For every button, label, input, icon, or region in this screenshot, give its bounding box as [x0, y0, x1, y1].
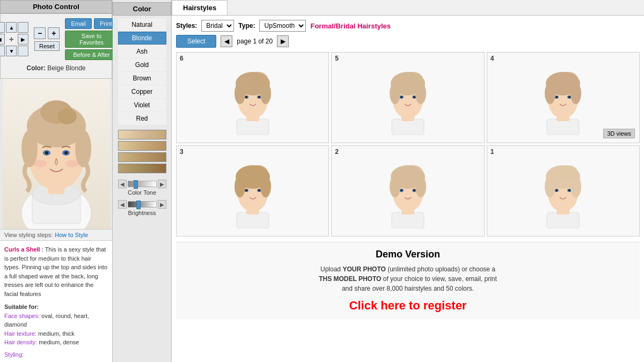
arrow-down[interactable]: ▼ — [6, 46, 17, 56]
hair-texture-value: medium, thick — [36, 330, 75, 337]
thumb-number-5: 5 — [335, 55, 339, 62]
brightness-left-arrow[interactable]: ◀ — [118, 200, 127, 209]
thumbnail-6[interactable]: 6 — [176, 52, 329, 143]
description-box: Curls a Shell : This is a sexy style tha… — [0, 240, 112, 362]
demo-title: Demo Version — [182, 249, 633, 260]
svg-point-68 — [390, 176, 400, 197]
arrow-grid: ▲ ◀ ✛ ▶ ▼ — [0, 22, 28, 56]
svg-point-79 — [545, 176, 555, 197]
svg-point-76 — [555, 189, 558, 191]
hair-texture-line: Hair texture: medium, thick — [4, 329, 108, 338]
hair-density-line: Hair density: medium, dense — [4, 338, 108, 347]
color-option-natural[interactable]: Natural — [118, 18, 166, 31]
arrow-up[interactable]: ▲ — [6, 22, 17, 33]
color-tone-track[interactable] — [128, 181, 157, 187]
color-option-brown[interactable]: Brown — [118, 72, 166, 85]
svg-point-43 — [555, 96, 558, 98]
mini-model-svg-2 — [381, 153, 435, 228]
hair-density-label: Hair density: — [4, 339, 37, 345]
prev-page-button[interactable]: ◀ — [221, 35, 232, 47]
before-after-button[interactable]: Before & After — [65, 49, 118, 60]
description-text: This is a sexy style that is perfect for… — [4, 246, 107, 297]
arrow-up-right[interactable] — [18, 22, 28, 33]
styles-label: Styles: — [176, 22, 197, 29]
mini-model-svg-1 — [536, 153, 590, 228]
ths-model-bold: THS MODEL PHOTO — [319, 275, 381, 283]
type-select[interactable]: UpSmooth — [259, 20, 306, 32]
svg-point-7 — [45, 151, 48, 154]
brightness-label: Brightness — [118, 210, 166, 216]
svg-point-54 — [245, 189, 247, 191]
swatch-4[interactable] — [118, 164, 166, 173]
view-styling-label: View styling steps: — [4, 232, 53, 238]
styles-select[interactable]: Bridal — [201, 20, 234, 32]
color-option-red[interactable]: Red — [118, 112, 166, 125]
color-tone-right-arrow[interactable]: ▶ — [158, 180, 166, 188]
color-option-copper[interactable]: Copper — [118, 85, 166, 98]
thumbnail-4[interactable]: 4 3D views — [487, 52, 640, 143]
swatch-3[interactable] — [118, 152, 166, 162]
swatch-2[interactable] — [118, 141, 166, 151]
svg-point-35 — [390, 83, 400, 104]
arrow-left[interactable]: ◀ — [0, 34, 5, 45]
arrow-right[interactable]: ▶ — [18, 34, 28, 45]
brightness-track[interactable] — [128, 201, 157, 208]
hairstyles-tab[interactable]: Hairstyles — [172, 0, 228, 15]
svg-point-24 — [235, 83, 245, 104]
select-button[interactable]: Select — [176, 35, 216, 48]
color-option-gold[interactable]: Gold — [118, 58, 166, 71]
swatch-1[interactable] — [118, 130, 166, 139]
arrow-up-left[interactable] — [0, 22, 5, 33]
color-tone-thumb[interactable] — [134, 180, 138, 189]
thumbnail-1[interactable]: 1 — [487, 145, 640, 237]
svg-rect-27 — [392, 119, 424, 135]
brightness-right-arrow[interactable]: ▶ — [158, 200, 166, 209]
arrow-center: ✛ — [6, 34, 17, 45]
svg-point-8 — [64, 151, 68, 154]
thumbnail-2[interactable]: 2 — [331, 145, 484, 237]
color-option-ash[interactable]: Ash — [118, 45, 166, 58]
svg-point-59 — [248, 165, 268, 180]
mini-model-svg-5 — [381, 60, 435, 135]
mini-model-svg-4 — [536, 60, 590, 135]
arrow-down-right[interactable] — [18, 46, 28, 56]
3d-views-button[interactable]: 3D views — [603, 129, 635, 138]
styling-label: Styling: — [4, 351, 24, 358]
svg-point-37 — [404, 72, 423, 87]
how-to-style-link[interactable]: How to Style — [55, 232, 88, 238]
brightness-thumb[interactable] — [136, 201, 141, 209]
thumbnails-grid: 6 5 4 — [176, 52, 640, 237]
pagination-row: Select ◀ page 1 of 20 ▶ — [176, 35, 640, 48]
register-link[interactable]: Click here to register — [349, 299, 467, 312]
brightness-slider-row: ◀ ▶ — [118, 200, 166, 209]
color-panel-header: Color — [113, 2, 171, 16]
arrow-down-left[interactable] — [0, 46, 5, 56]
suitable-for-section: Suitable for: Face shapes: oval, round, … — [4, 302, 108, 347]
email-button[interactable]: Email — [65, 18, 92, 29]
zoom-out-button[interactable]: − — [34, 27, 46, 39]
color-tone-left-arrow[interactable]: ◀ — [118, 180, 127, 188]
svg-point-55 — [258, 189, 260, 191]
page-info: page 1 of 20 — [237, 38, 273, 45]
zoom-in-button[interactable]: + — [48, 27, 60, 39]
save-favorites-button[interactable]: Save to Favorites — [65, 31, 118, 48]
face-shapes-line: Face shapes: oval, round, heart, diamond — [4, 312, 108, 329]
next-page-button[interactable]: ▶ — [277, 35, 289, 47]
color-tone-slider-row: ◀ ▶ — [118, 180, 166, 188]
category-label: Formal/Bridal Hairstyles — [310, 22, 391, 30]
color-option-blonde[interactable]: Blonde — [118, 32, 166, 45]
thumb-number-4: 4 — [491, 55, 494, 62]
reset-button[interactable]: Reset — [34, 41, 60, 51]
svg-point-33 — [413, 96, 415, 98]
view-styling-row: View styling steps: How to Style — [0, 229, 112, 240]
photo-control-box: ▲ ◀ ✛ ▶ ▼ − + Reset Email Print — [0, 13, 112, 79]
description-title-block: Curls a Shell : This is a sexy style tha… — [4, 245, 108, 298]
color-options-list: NaturalBlondeAshGoldBrownCopperVioletRed — [118, 18, 166, 125]
color-option-violet[interactable]: Violet — [118, 99, 166, 112]
thumbnail-3[interactable]: 3 — [176, 145, 329, 237]
face-shapes-label: Face shapes: — [4, 313, 40, 319]
thumb-number-6: 6 — [180, 55, 184, 62]
demo-text: Upload YOUR PHOTO (unlimited photo uploa… — [314, 264, 502, 293]
thumbnail-5[interactable]: 5 — [331, 52, 484, 143]
color-key: Color: — [26, 64, 45, 72]
